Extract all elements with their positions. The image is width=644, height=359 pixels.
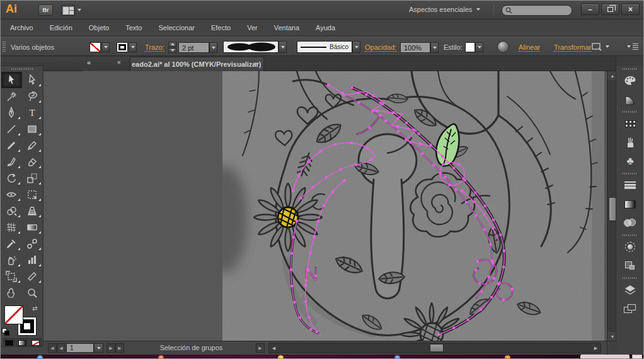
tab-close-icon[interactable]: × xyxy=(255,60,258,67)
scanned-artwork[interactable] xyxy=(222,71,604,341)
menu-objeto[interactable]: Objeto xyxy=(81,20,117,36)
selection-tool[interactable] xyxy=(1,72,22,88)
search-input[interactable] xyxy=(514,7,567,14)
line-segment-tool[interactable] xyxy=(1,121,22,137)
transform-panel-link[interactable]: Transformar xyxy=(554,43,592,52)
pencil-tool[interactable] xyxy=(22,137,43,154)
stroke-dropdown-button[interactable] xyxy=(129,42,137,52)
menu-efecto[interactable]: Efecto xyxy=(203,20,239,36)
appearance-panel-button[interactable] xyxy=(616,237,644,256)
gradient-tool[interactable] xyxy=(22,219,43,236)
direct-selection-tool[interactable] xyxy=(22,72,43,88)
brush-definition-preview[interactable]: Básico xyxy=(297,41,352,53)
opacity-field[interactable]: 100% xyxy=(400,42,430,53)
taskbar-app-icon[interactable] xyxy=(158,355,164,359)
next-artboard-button[interactable]: ▶ xyxy=(106,343,115,353)
panel-grip[interactable] xyxy=(3,42,6,52)
stepper-up-button[interactable] xyxy=(168,42,176,47)
stepper-down-button[interactable] xyxy=(168,48,176,54)
eyedropper-tool[interactable] xyxy=(1,236,22,252)
width-profile-preview[interactable] xyxy=(223,41,279,53)
artboard-nav-dropdown[interactable] xyxy=(94,343,103,353)
magic-wand-tool[interactable] xyxy=(1,88,22,105)
stroke-panel-button[interactable] xyxy=(616,176,644,195)
color-guide-panel-button[interactable] xyxy=(616,90,644,109)
dock-grip[interactable] xyxy=(616,109,643,114)
menu-ventana[interactable]: Ventana xyxy=(266,20,308,36)
dock-grip[interactable] xyxy=(616,66,643,71)
stroke-width-stepper[interactable] xyxy=(168,42,176,53)
first-artboard-button[interactable]: ◀ xyxy=(48,343,57,353)
opacity-dropdown[interactable] xyxy=(430,42,439,53)
scale-tool[interactable] xyxy=(22,170,43,186)
horizontal-scrollbar[interactable]: ◀ ▶ xyxy=(268,343,601,353)
gradient-mode-button[interactable] xyxy=(16,338,28,347)
type-tool[interactable]: T xyxy=(22,105,43,121)
width-tool[interactable] xyxy=(1,186,22,203)
minimize-button[interactable]: – xyxy=(581,3,599,15)
zoom-tool[interactable] xyxy=(22,285,43,301)
isolate-dropdown[interactable] xyxy=(606,45,609,48)
taskbar-app-icon[interactable] xyxy=(394,355,400,359)
hand-tool[interactable] xyxy=(1,285,22,301)
windows-taskbar[interactable] xyxy=(1,355,643,359)
arrange-documents-button[interactable] xyxy=(61,4,85,16)
bridge-button[interactable]: Br xyxy=(38,4,53,16)
menu-edicion[interactable]: Edición xyxy=(42,20,81,36)
symbol-sprayer-tool[interactable] xyxy=(1,252,22,268)
dock-grip[interactable] xyxy=(616,275,643,280)
column-graph-tool[interactable] xyxy=(22,252,43,268)
dock-grip[interactable] xyxy=(616,232,643,237)
canvas-area[interactable] xyxy=(43,71,607,341)
control-panel-menu-button[interactable] xyxy=(627,43,638,50)
layers-panel-button[interactable] xyxy=(616,280,644,299)
fill-color-swatch[interactable] xyxy=(89,42,101,52)
color-mode-button[interactable] xyxy=(3,338,15,347)
isolate-object-icon[interactable] xyxy=(592,42,603,52)
fill-dropdown-button[interactable] xyxy=(101,42,110,52)
color-panel-button[interactable] xyxy=(616,71,644,90)
search-box[interactable] xyxy=(502,5,572,16)
rectangle-tool[interactable] xyxy=(22,121,43,137)
start-orb-icon[interactable] xyxy=(37,355,43,359)
last-artboard-button[interactable]: ▶ xyxy=(115,343,124,353)
graphic-styles-panel-button[interactable] xyxy=(616,256,644,275)
brush-dropdown[interactable] xyxy=(352,41,360,53)
brushes-panel-button[interactable] xyxy=(616,133,644,152)
menu-texto[interactable]: Texto xyxy=(117,20,150,36)
scroll-left-button[interactable]: ◀ xyxy=(269,343,279,353)
fill-indicator[interactable] xyxy=(4,305,23,324)
shape-builder-tool[interactable] xyxy=(1,203,22,219)
workspace-switcher[interactable]: Aspectos esenciales xyxy=(409,6,480,13)
perspective-grid-tool[interactable] xyxy=(22,203,43,219)
stroke-width-dropdown[interactable] xyxy=(209,42,217,53)
menu-seleccionar[interactable]: Seleccionar xyxy=(150,20,202,36)
default-fill-stroke-button[interactable] xyxy=(2,328,9,336)
width-profile-dropdown[interactable] xyxy=(279,41,287,53)
swap-fill-stroke-button[interactable]: ⇄ xyxy=(32,305,37,312)
align-panel-link[interactable]: Alinear xyxy=(519,43,540,52)
artboards-panel-button[interactable] xyxy=(616,299,644,318)
slice-tool[interactable] xyxy=(22,268,43,285)
transparency-panel-button[interactable] xyxy=(616,214,644,232)
blob-brush-tool[interactable] xyxy=(1,154,22,170)
taskbar-window-button[interactable] xyxy=(632,355,642,359)
taskbar-app-icon[interactable] xyxy=(278,355,284,359)
document-setup-icon[interactable] xyxy=(497,41,509,53)
menu-archivo[interactable]: Archivo xyxy=(2,20,42,36)
horizontal-scroll-thumb[interactable] xyxy=(430,344,444,352)
stroke-panel-link[interactable]: Trazo: xyxy=(145,43,164,52)
rotate-tool[interactable] xyxy=(1,170,22,186)
scroll-right-button[interactable]: ▶ xyxy=(591,343,601,353)
pen-tool[interactable] xyxy=(1,105,22,121)
stroke-color-swatch[interactable] xyxy=(117,42,128,52)
dock-grip[interactable] xyxy=(616,171,643,176)
lasso-tool[interactable] xyxy=(22,88,43,105)
paintbrush-tool[interactable] xyxy=(1,137,22,154)
artboard-navigation-field[interactable]: 1 xyxy=(66,343,94,353)
stroke-width-field[interactable]: 2 pt xyxy=(178,42,209,53)
free-transform-tool[interactable] xyxy=(22,186,43,203)
gradient-panel-button[interactable] xyxy=(616,195,644,214)
none-mode-button[interactable] xyxy=(30,338,42,347)
style-swatch[interactable] xyxy=(465,42,475,52)
